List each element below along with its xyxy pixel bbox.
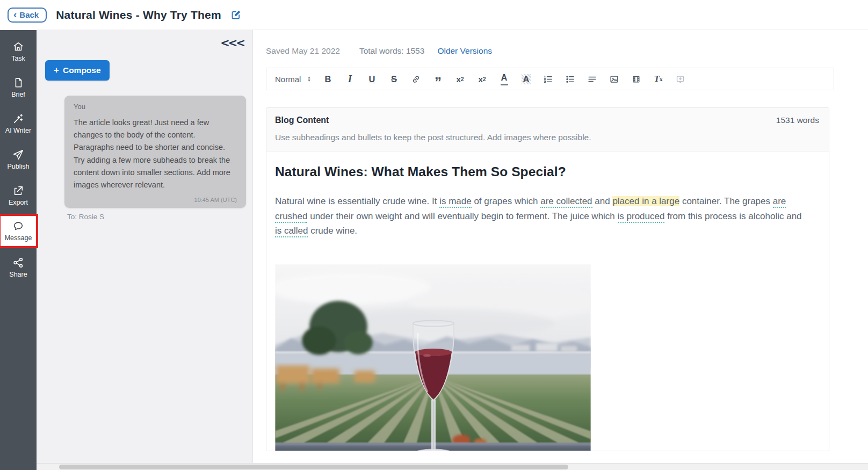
messages-panel: <<< + Compose You The article looks grea… [37, 30, 252, 470]
edit-title-icon[interactable] [230, 9, 242, 20]
paragraph-style-select[interactable]: Normal ▲▼ [270, 75, 317, 84]
chat-bubble-icon [12, 220, 24, 232]
ordered-list-icon [543, 74, 553, 84]
blog-content-card: Blog Content 1531 words Use subheadings … [266, 107, 829, 451]
article-paragraph[interactable]: Natural wine is essentially crude wine. … [275, 194, 809, 238]
sidebar-item-label: Brief [11, 91, 25, 98]
magic-wand-icon [12, 113, 24, 125]
paragraph-style-value: Normal [275, 75, 301, 84]
share-nodes-icon [12, 257, 24, 269]
article-image[interactable] [275, 264, 591, 451]
sidebar-item-label: Share [9, 271, 27, 278]
bullet-list-icon [565, 74, 575, 84]
paragraph-text: Natural wine is essentially crude wine. … [275, 196, 439, 206]
paragraph-text: container. The grapes [679, 196, 773, 206]
older-versions-link[interactable]: Older Versions [437, 46, 492, 56]
link-icon [411, 74, 421, 84]
article-body[interactable]: Natural Wines: What Makes Them So Specia… [266, 151, 829, 451]
sidebar-item-label: Message [5, 234, 32, 242]
message-body: The article looks great! Just need a few… [74, 117, 237, 191]
sidebar-item-brief[interactable]: Brief [0, 69, 37, 105]
text-color-button[interactable]: A [493, 68, 515, 90]
paragraph-text: under their own weight and will eventual… [307, 211, 617, 221]
ordered-list-button[interactable] [537, 68, 559, 90]
compose-button[interactable]: + Compose [45, 60, 110, 81]
grammar-underlined-text: are collected [540, 196, 592, 208]
link-button[interactable] [405, 68, 427, 90]
sidebar-item-ai-writer[interactable]: AI Writer [0, 105, 37, 141]
sidebar-item-publish[interactable]: Publish [0, 141, 37, 177]
insert-video-button[interactable] [625, 68, 647, 90]
sidebar-item-label: Task [11, 55, 25, 62]
bullet-list-button[interactable] [559, 68, 581, 90]
plus-icon: + [54, 65, 59, 76]
sidebar-item-export[interactable]: Export [0, 177, 37, 213]
article-heading[interactable]: Natural Wines: What Makes Them So Specia… [275, 164, 819, 179]
grammar-underlined-text: is produced [618, 211, 665, 223]
bold-button[interactable]: B [317, 68, 339, 90]
grammar-underlined-text: is made [439, 196, 472, 208]
paragraph-text: crude wine. [308, 226, 357, 236]
superscript-button[interactable]: x2 [471, 68, 493, 90]
blockquote-button[interactable]: ” [427, 68, 449, 90]
sidebar-item-task[interactable]: Task [0, 33, 37, 69]
clear-formatting-button[interactable]: Tx [647, 68, 669, 90]
saved-status: Saved May 21 2022 [266, 46, 340, 56]
back-label: Back [19, 10, 39, 19]
compose-label: Compose [63, 66, 101, 75]
sidebar-item-message[interactable]: Message [1, 216, 36, 246]
paragraph-text: of grapes which [472, 196, 541, 206]
section-word-count: 1531 words [776, 115, 819, 125]
comment-plus-icon [675, 74, 685, 84]
highlighted-text: placed in a large [612, 196, 679, 206]
sidebar-item-label: Export [9, 199, 28, 206]
total-words: Total words: 1553 [359, 46, 425, 56]
document-title: Natural Wines - Why Try Them [56, 9, 221, 21]
collapse-panel-icon[interactable]: <<< [220, 37, 244, 49]
grammar-underlined-text: is called [275, 226, 308, 237]
home-icon [12, 41, 24, 53]
underline-button[interactable]: U [361, 68, 383, 90]
select-arrows-icon: ▲▼ [307, 76, 310, 83]
align-icon [587, 74, 597, 84]
insert-image-button[interactable] [603, 68, 625, 90]
paper-plane-icon [12, 149, 24, 161]
sidebar-item-label: Publish [8, 163, 30, 170]
paragraph-text: and [592, 196, 613, 206]
paragraph-text: from this process is alcoholic and [664, 211, 801, 221]
color-bar [501, 84, 508, 85]
align-button[interactable] [581, 68, 603, 90]
message-recipient: To: Rosie S [67, 213, 104, 221]
editor-area: Saved May 21 2022 Total words: 1553 Olde… [252, 30, 868, 470]
message-timestamp: 10:45 AM (UTC) [74, 197, 237, 203]
highlight-color-button[interactable]: A [515, 68, 537, 90]
top-bar: ‹ Back Natural Wines - Why Try Them [0, 0, 868, 30]
back-chevron-icon: ‹ [13, 11, 17, 18]
video-icon [631, 74, 641, 84]
blog-content-header: Blog Content 1531 words Use subheadings … [266, 108, 829, 151]
export-icon [12, 185, 24, 197]
italic-button[interactable]: I [339, 68, 361, 90]
section-title: Blog Content [275, 115, 329, 125]
image-icon [609, 74, 619, 84]
message-card: You The article looks great! Just need a… [64, 96, 246, 208]
status-row: Saved May 21 2022 Total words: 1553 Olde… [253, 30, 868, 56]
sidebar-item-share[interactable]: Share [0, 249, 37, 285]
formatting-toolbar: Normal ▲▼ B I U S ” x2 x2 A A [266, 68, 834, 90]
message-sender: You [74, 103, 237, 111]
horizontal-scrollbar[interactable] [37, 463, 868, 470]
document-icon [12, 77, 24, 89]
add-comment-button[interactable] [669, 68, 691, 90]
strikethrough-button[interactable]: S [383, 68, 405, 90]
section-hint: Use subheadings and bullets to keep the … [275, 133, 819, 142]
scrollbar-thumb[interactable] [59, 465, 568, 469]
sidebar-item-label: AI Writer [5, 127, 31, 134]
subscript-button[interactable]: x2 [449, 68, 471, 90]
back-button[interactable]: ‹ Back [8, 8, 47, 23]
left-sidebar: Task Brief AI Writer Publish Export Mess… [0, 30, 37, 470]
